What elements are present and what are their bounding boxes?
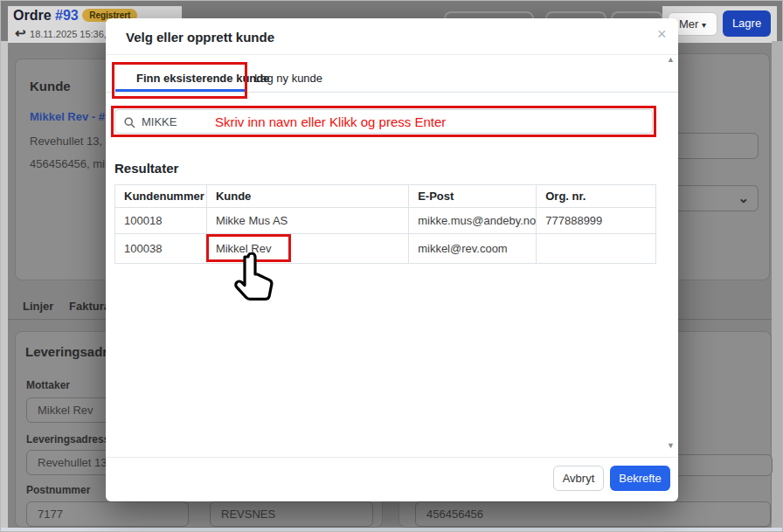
page-scrollbar-area[interactable]: [772, 41, 783, 528]
table-row[interactable]: 100038 Mikkel Rev mikkel@rev.coom: [115, 234, 656, 264]
back-icon[interactable]: ↩: [15, 25, 26, 40]
modal-tab-lag-ny-kunde[interactable]: Lag ny kunde: [254, 72, 322, 85]
page-edge-bottom: [1, 528, 783, 532]
cell-kunde[interactable]: Mikke Mus AS: [206, 208, 408, 234]
annotation-box-tab: [112, 62, 247, 99]
cell-kundenummer[interactable]: 100018: [115, 208, 207, 234]
more-button-label: Mer: [679, 17, 698, 31]
caret-down-icon: ▾: [702, 20, 706, 30]
cell-orgnr[interactable]: 777888999: [537, 208, 656, 234]
kunde-card-title: Kunde: [30, 79, 71, 93]
postnummer-input[interactable]: 7177: [26, 501, 189, 527]
modal-header-divider: [106, 54, 678, 55]
col-orgnr: Org. nr.: [537, 185, 656, 208]
postnummer-label: Postnummer: [26, 484, 90, 496]
cell-epost[interactable]: mikkel@rev.coom: [409, 234, 537, 264]
confirm-button[interactable]: Bekrefte: [610, 466, 670, 491]
results-table: Kundenummer Kunde E-Post Org. nr. 100018…: [114, 184, 656, 264]
delivery-card-title: Leveringsadre: [25, 344, 115, 359]
cell-epost[interactable]: mikke.mus@andeby.no: [409, 208, 537, 234]
col-kunde: Kunde: [206, 185, 408, 208]
page-title: Ordre: [13, 8, 52, 23]
tab-linjer[interactable]: Linjer: [23, 300, 53, 313]
hand-cursor-icon: [230, 252, 277, 307]
page-edge-left: [1, 41, 8, 528]
col-epost: E-Post: [409, 185, 537, 208]
table-header-row: Kundenummer Kunde E-Post Org. nr.: [115, 185, 656, 208]
scroll-up-icon[interactable]: ▲: [667, 55, 675, 64]
modal-title: Velg eller opprett kunde: [126, 30, 274, 45]
scroll-down-icon[interactable]: ▼: [667, 441, 675, 450]
cancel-button[interactable]: Avbryt: [553, 466, 604, 491]
tab-faktura[interactable]: Faktura: [69, 300, 110, 313]
col-kundenummer: Kundenummer: [115, 185, 207, 208]
phone-input[interactable]: 456456456: [415, 501, 771, 527]
customer-modal: Velg eller opprett kunde × Finn eksister…: [106, 18, 678, 501]
table-row[interactable]: 100018 Mikke Mus AS mikke.mus@andeby.no …: [115, 208, 656, 234]
order-timestamp: 18.11.2025 15:36,: [30, 29, 107, 39]
cell-orgnr[interactable]: [537, 234, 656, 264]
cell-kundenummer[interactable]: 100038: [115, 234, 207, 264]
results-heading: Resultater: [114, 161, 178, 176]
annotation-box-search: [111, 106, 656, 137]
leveringsadresse-label: Leveringsadresse: [26, 433, 115, 446]
chevron-down-icon: ⌄: [738, 186, 749, 210]
save-button[interactable]: Lagre: [723, 10, 771, 37]
poststed-input[interactable]: REVSNES: [210, 501, 373, 527]
order-number: #93: [55, 8, 79, 23]
mottaker-label: Mottaker: [26, 379, 70, 391]
modal-footer-divider: [106, 457, 678, 458]
close-icon[interactable]: ×: [657, 25, 667, 44]
